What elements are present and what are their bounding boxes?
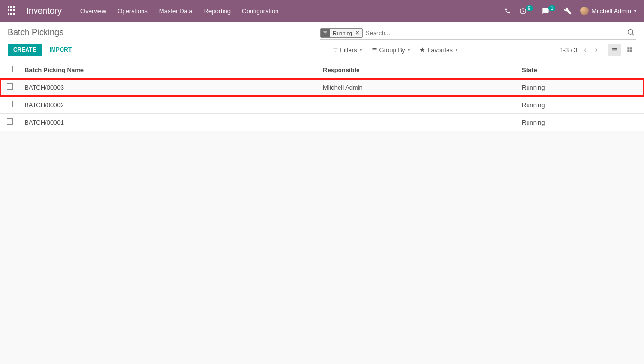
page-title: Batch Pickings bbox=[8, 27, 320, 37]
import-button[interactable]: IMPORT bbox=[44, 44, 77, 56]
groupby-dropdown[interactable]: Group By▾ bbox=[372, 46, 411, 54]
search-toolbar: Filters▾ Group By▾ Favorites▾ 1-3 / 3 ‹ … bbox=[77, 44, 636, 56]
search-input[interactable] bbox=[363, 27, 625, 38]
cell-responsible bbox=[317, 114, 516, 131]
pager-prev-icon[interactable]: ‹ bbox=[584, 46, 586, 54]
search-bar[interactable]: Running ✕ bbox=[320, 27, 636, 40]
messages-icon[interactable]: 1 bbox=[542, 7, 556, 15]
control-panel: Batch Pickings Running ✕ CREATE IMPORT F… bbox=[0, 22, 644, 61]
menu-overview[interactable]: Overview bbox=[80, 8, 106, 15]
search-facet: Running ✕ bbox=[320, 28, 363, 38]
chevron-down-icon: ▾ bbox=[360, 47, 362, 52]
header-state[interactable]: State bbox=[516, 61, 644, 79]
menu-operations[interactable]: Operations bbox=[117, 8, 148, 15]
pager: 1-3 / 3 ‹ › bbox=[560, 44, 636, 56]
row-checkbox[interactable] bbox=[7, 118, 13, 125]
chevron-down-icon: ▾ bbox=[456, 47, 458, 52]
row-checkbox[interactable] bbox=[7, 83, 13, 90]
cell-state: Running bbox=[516, 114, 644, 131]
row-checkbox[interactable] bbox=[7, 101, 13, 107]
cell-name: BATCH/00003 bbox=[19, 79, 317, 96]
favorites-dropdown[interactable]: Favorites▾ bbox=[420, 46, 457, 54]
cell-responsible bbox=[317, 96, 516, 114]
activity-icon[interactable]: 9 bbox=[519, 8, 533, 15]
cell-name: BATCH/00001 bbox=[19, 114, 317, 131]
filters-dropdown[interactable]: Filters▾ bbox=[333, 46, 362, 54]
app-brand[interactable]: Inventory bbox=[27, 6, 62, 16]
navbar-right: 9 1 Mitchell Admin ▾ bbox=[504, 7, 636, 15]
table-row[interactable]: BATCH/00003 Mitchell Admin Running bbox=[0, 79, 644, 96]
table-row[interactable]: BATCH/00001 Running bbox=[0, 114, 644, 131]
menu-configuration[interactable]: Configuration bbox=[242, 8, 278, 15]
cell-state: Running bbox=[516, 96, 644, 114]
apps-launcher-icon[interactable] bbox=[8, 6, 17, 16]
chevron-down-icon: ▾ bbox=[408, 47, 410, 52]
menu-reporting[interactable]: Reporting bbox=[204, 8, 231, 15]
select-all-checkbox[interactable] bbox=[7, 66, 13, 72]
menu-master-data[interactable]: Master Data bbox=[159, 8, 193, 15]
table-row[interactable]: BATCH/00002 Running bbox=[0, 96, 644, 114]
search-icon[interactable] bbox=[625, 28, 636, 38]
avatar bbox=[580, 7, 589, 15]
pager-next-icon[interactable]: › bbox=[595, 46, 598, 54]
filter-icon bbox=[321, 29, 330, 37]
cell-name: BATCH/00002 bbox=[19, 96, 317, 114]
user-name-label: Mitchell Admin bbox=[591, 8, 631, 15]
header-responsible[interactable]: Responsible bbox=[317, 61, 516, 79]
cell-state: Running bbox=[516, 79, 644, 96]
top-navbar: Inventory Overview Operations Master Dat… bbox=[0, 0, 644, 22]
list-view: Batch Picking Name Responsible State BAT… bbox=[0, 61, 644, 131]
main-menu: Overview Operations Master Data Reportin… bbox=[80, 8, 504, 15]
chevron-down-icon: ▾ bbox=[634, 9, 636, 14]
messages-badge: 1 bbox=[548, 5, 556, 11]
filters-label: Filters bbox=[340, 46, 357, 54]
svg-point-1 bbox=[628, 29, 633, 34]
facet-label: Running bbox=[330, 29, 354, 37]
favorites-label: Favorites bbox=[427, 46, 452, 54]
pager-value[interactable]: 1-3 / 3 bbox=[560, 46, 577, 54]
phone-icon[interactable] bbox=[504, 8, 511, 14]
kanban-view-button[interactable] bbox=[623, 44, 636, 56]
facet-remove-icon[interactable]: ✕ bbox=[354, 29, 362, 37]
create-button[interactable]: CREATE bbox=[8, 44, 42, 56]
groupby-label: Group By bbox=[379, 46, 405, 54]
table-header-row: Batch Picking Name Responsible State bbox=[0, 61, 644, 79]
activity-badge: 9 bbox=[526, 5, 533, 11]
cell-responsible: Mitchell Admin bbox=[317, 79, 516, 96]
header-name[interactable]: Batch Picking Name bbox=[19, 61, 317, 79]
list-view-button[interactable] bbox=[608, 44, 621, 56]
user-menu[interactable]: Mitchell Admin ▾ bbox=[580, 7, 636, 15]
debug-icon[interactable] bbox=[564, 7, 572, 15]
